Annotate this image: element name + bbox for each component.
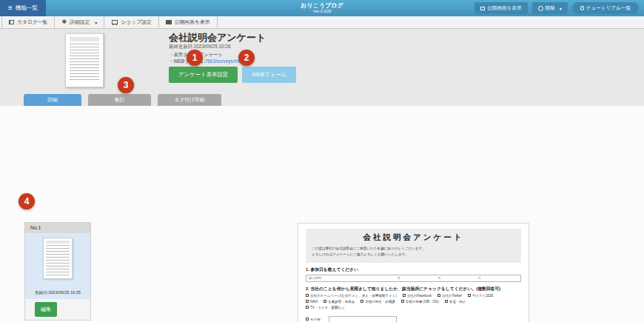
checkbox-icon[interactable]: [323, 300, 326, 303]
checkbox-option-label: TV・ラジオ・新聞など: [310, 306, 345, 309]
checkbox-icon[interactable]: [306, 300, 309, 303]
book2-icon: [166, 20, 172, 24]
other-row: その他: [306, 316, 521, 322]
checkbox-icon[interactable]: [437, 294, 440, 297]
date-unit: 年: [398, 276, 437, 280]
form-intro-line-1: この度は弊社の会社説明会にご来場いただき誠にありがとうございます。: [312, 246, 515, 252]
checkbox-row: 当社のホームページ(公式サイト、求人・採用情報サイト)当社のFacebook当社…: [306, 294, 521, 298]
book-icon: [9, 20, 14, 24]
hamburger-icon: ≡: [8, 4, 13, 12]
gear-icon: ✱: [61, 19, 67, 25]
survey-form-preview: 会社説明会アンケート この度は弊社の会社説明会にご来場いただき誠にありがとうござ…: [298, 223, 529, 322]
checkbox-option-label: 企業説明・発表会: [328, 300, 355, 303]
form-title: 会社説明会アンケート: [312, 232, 515, 243]
checkbox-icon[interactable]: [468, 294, 471, 297]
dev-menu-label: 開発: [546, 5, 555, 12]
card-footer: 編集: [25, 299, 90, 320]
display-type: 表示タイプ:アンケート: [169, 51, 241, 58]
checkbox-option[interactable]: 当社のTwitter: [437, 294, 462, 298]
survey-basic-settings-button[interactable]: アンケート基本設定: [169, 67, 238, 83]
checkbox-option[interactable]: 学校の先生・就職課: [360, 300, 395, 303]
toolbar-catalog-list-label: カタログ一覧: [17, 19, 47, 26]
checkbox-option[interactable]: 友達・知人: [445, 300, 466, 303]
checkbox-option-label: 当社のホームページ(公式サイト、求人・採用情報サイト): [310, 294, 397, 298]
checkbox-option[interactable]: 企業説明・発表会: [323, 300, 355, 303]
checkbox-option[interactable]: 学校の先輩 (OB・OG): [401, 300, 439, 303]
checkbox-icon[interactable]: [401, 300, 404, 303]
thumbnail-header: [46, 241, 70, 244]
checkbox-option-label: 友達・知人: [449, 300, 466, 303]
cart-icon: [111, 20, 118, 25]
date-input-row[interactable]: 例) (西暦)年月日: [306, 275, 521, 282]
tutorial-list-button[interactable]: チュートリアル一覧: [572, 2, 639, 14]
survey-item-card: No.1 登録日:2023/09/25 10:25 編集: [24, 222, 91, 321]
tutorial-list-label: チュートリアル一覧: [586, 5, 631, 12]
chevron-down-icon: ▾: [95, 20, 97, 25]
question-label: 2. 当社のことを何から見聞きして知りましたか、該当箇所にチェックをしてください…: [306, 286, 521, 292]
page-title: 会社説明会アンケート: [169, 31, 266, 44]
question-participation-date: 1. 参加日を教えてください例) (西暦)年月日: [306, 266, 521, 282]
checkbox-option-label: 学校の先輩 (OB・OG): [406, 300, 439, 303]
bulb-icon: [580, 6, 584, 10]
date-unit: 月: [437, 276, 477, 280]
last-updated: 最終更新日:2023/09/25 10:26: [169, 44, 230, 50]
callout-badge-2: 2: [238, 50, 255, 66]
form-questions: 1. 参加日を教えてください例) (西暦)年月日2. 当社のことを何から見聞きし…: [306, 266, 521, 322]
checkbox-icon[interactable]: [360, 300, 363, 303]
date-unit: 日: [478, 276, 518, 280]
checkbox-option-label: マイナビ2020: [472, 294, 493, 298]
tab-tag-print[interactable]: タグ付け印刷: [158, 94, 221, 106]
extlink-icon: [480, 7, 485, 10]
date-example: 例) (西暦): [309, 276, 398, 280]
toolbar-detail-settings[interactable]: ✱詳細設定▾: [55, 16, 104, 28]
show-public-screen-label: 公開画面を表示: [487, 5, 521, 12]
webform-url-link[interactable]: 7663/surveys/ind: [205, 58, 241, 64]
checkbox-option[interactable]: マイナビ2020: [468, 294, 493, 298]
webform-button[interactable]: WEBフォーム: [242, 67, 296, 83]
checkbox-icon[interactable]: [306, 306, 309, 309]
checkbox-row: NAVI企業説明・発表会学校の先生・就職課学校の先輩 (OB・OG)友達・知人: [306, 300, 521, 303]
toolbar-shop-settings-label: ショップ設定: [121, 19, 151, 26]
header-buttons: アンケート基本設定 WEBフォーム: [169, 67, 296, 83]
edit-button[interactable]: 編集: [35, 302, 57, 317]
form-header: 会社説明会アンケート この度は弊社の会社説明会にご来場いただき誠にありがとうござ…: [306, 229, 521, 263]
tab-bar: 詳細集計タグ付け印刷: [24, 94, 221, 106]
tab-detail[interactable]: 詳細: [24, 94, 81, 106]
toolbar-shop-settings[interactable]: ショップ設定: [104, 16, 158, 28]
toolbar-detail-settings-label: 詳細設定: [70, 19, 90, 26]
dev-menu-button[interactable]: 開発▾: [532, 2, 568, 14]
checkbox-icon[interactable]: [445, 300, 448, 303]
toolbar-show-public-screen[interactable]: 公開画面を表示: [159, 16, 218, 28]
survey-thumbnail-small: [43, 238, 73, 279]
question-label: 1. 参加日を教えてください: [306, 266, 521, 272]
show-public-screen-button[interactable]: 公開画面を表示: [474, 2, 527, 14]
content-panel: No.1 登録日:2023/09/25 10:25 編集 会社説明会アンケート …: [0, 106, 644, 322]
tab-tally[interactable]: 集計: [88, 94, 151, 106]
checkbox-option[interactable]: その他: [306, 318, 321, 321]
checkbox-icon[interactable]: [403, 294, 406, 297]
callout-badge-1: 1: [187, 50, 203, 66]
survey-meta: 表示タイプ:アンケート WEBフォーム:7663/surveys/ind: [169, 51, 241, 65]
checkbox-option[interactable]: NAVI: [306, 300, 318, 303]
callout-badge-3: 3: [118, 77, 134, 93]
feature-menu-button[interactable]: ≡ 機能一覧: [0, 0, 46, 16]
checkbox-option-label: その他: [310, 318, 321, 321]
topbar: ≡ 機能一覧 おりこうブログ Ver.0.028 公開画面を表示開発▾チュートリ…: [0, 0, 644, 16]
toolbar: カタログ一覧✱詳細設定▾ショップ設定公開画面を表示: [0, 16, 644, 29]
checkbox-row: TV・ラジオ・新聞など: [306, 306, 521, 309]
toolbar-show-public-screen-label: 公開画面を表示: [175, 19, 210, 26]
survey-thumbnail-large: [65, 33, 104, 87]
callout-badge-4: 4: [19, 193, 35, 209]
checkbox-option-label: 当社のTwitter: [442, 294, 462, 298]
question-how-did-you-know: 2. 当社のことを何から見聞きして知りましたか、該当箇所にチェックをしてください…: [306, 286, 521, 322]
toolbar-catalog-list[interactable]: カタログ一覧: [1, 16, 55, 28]
other-text-input[interactable]: [329, 316, 397, 322]
checkbox-option[interactable]: 当社のFacebook: [403, 294, 432, 298]
checkbox-icon[interactable]: [306, 294, 309, 297]
card-body: 登録日:2023/09/25 10:25: [25, 233, 90, 299]
checkbox-option-label: 学校の先生・就職課: [365, 300, 395, 303]
checkbox-option[interactable]: 当社のホームページ(公式サイト、求人・採用情報サイト): [306, 294, 397, 298]
thumbnail-lines: [70, 44, 99, 82]
checkbox-option[interactable]: TV・ラジオ・新聞など: [306, 306, 345, 309]
checkbox-icon[interactable]: [306, 318, 309, 321]
